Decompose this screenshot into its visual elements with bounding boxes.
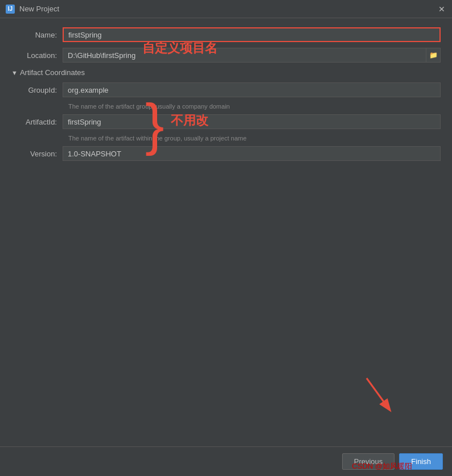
watermark: CSDN @如风暖阳	[352, 461, 412, 471]
artifactid-hint: The name of the artifact within the grou…	[68, 135, 441, 142]
app-icon: IJ	[6, 5, 15, 14]
location-input[interactable]	[63, 48, 426, 63]
version-input[interactable]	[63, 146, 441, 161]
name-row: Name:	[11, 27, 441, 42]
name-input-wrapper	[63, 27, 441, 42]
location-input-group: 📁	[63, 48, 441, 63]
collapse-toggle[interactable]: ▼	[11, 69, 18, 76]
new-project-dialog: IJ New Project ✕ Name: 自定义项目名 Location: …	[0, 0, 452, 476]
title-bar: IJ New Project ✕	[0, 0, 452, 18]
close-button[interactable]: ✕	[437, 5, 446, 14]
artifact-section-header: ▼ Artifact Coordinates	[11, 68, 441, 77]
location-label: Location:	[11, 51, 63, 60]
name-label: Name:	[11, 31, 63, 39]
browse-button[interactable]: 📁	[426, 48, 441, 63]
groupid-hint: The name of the artifact group, usually …	[68, 103, 441, 110]
version-row: Version:	[11, 146, 441, 161]
location-row: Location: 📁	[11, 48, 441, 63]
name-input[interactable]	[63, 27, 441, 42]
groupid-input[interactable]	[63, 82, 441, 97]
title-bar-left: IJ New Project	[6, 5, 59, 14]
groupid-row: GroupId:	[11, 82, 441, 97]
artifactid-label: ArtifactId:	[11, 118, 63, 126]
groupid-label: GroupId:	[11, 86, 63, 94]
version-label: Version:	[11, 150, 63, 158]
dialog-title: New Project	[19, 5, 59, 13]
artifactid-row: ArtifactId:	[11, 114, 441, 129]
artifactid-input[interactable]	[63, 114, 441, 129]
artifact-section-title: Artifact Coordinates	[20, 68, 85, 77]
dialog-content: Name: 自定义项目名 Location: 📁 ▼ Artifact Coor…	[0, 18, 452, 446]
